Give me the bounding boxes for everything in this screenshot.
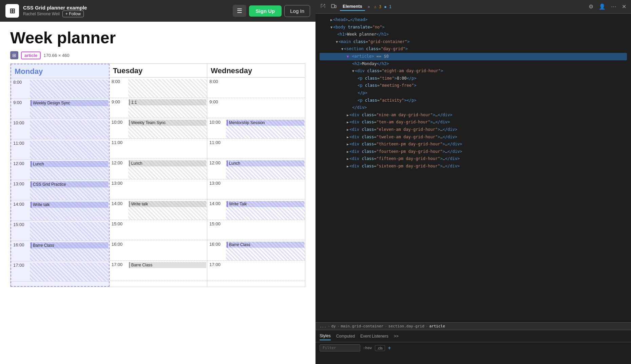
table-row: 16:00 Barre Class <box>11 241 109 261</box>
event-cell <box>226 221 305 240</box>
inspect-element-button[interactable] <box>318 2 328 12</box>
table-row: 12:00 Lunch <box>11 160 109 180</box>
breadcrumb-article[interactable]: article <box>429 324 445 328</box>
tree-node-body[interactable]: ▼<body translate="no"> <box>320 24 627 31</box>
time-label: 12:00 <box>110 160 128 165</box>
tree-node-p-close[interactable]: </p> <box>320 89 627 97</box>
tree-node-div-eleven[interactable]: ▶<div class="eleven-am day-grid-hour">…<… <box>320 126 627 134</box>
grid-icon: ⊞ <box>10 51 18 59</box>
tree-node-article-selected[interactable]: ▼ <article> == $0 <box>320 53 627 60</box>
breadcrumb-section[interactable]: section.day-grid <box>388 324 424 328</box>
table-row: 13:00 <box>207 179 305 200</box>
filter-input[interactable] <box>320 344 360 351</box>
add-style-button[interactable]: + <box>388 345 391 351</box>
time-label: 9:00 <box>11 100 30 105</box>
tree-node-p-meeting-free-open[interactable]: <p class="meeting-free"> <box>320 82 627 89</box>
table-row: 9:00 Weekly Design Sync <box>11 99 109 119</box>
top-bar: ⊞ CSS Grid planner example Rachel Simone… <box>0 0 316 22</box>
tree-node-p-time[interactable]: <p class="time">8:00</p> <box>320 75 627 82</box>
time-label: 16:00 <box>110 242 128 247</box>
more-options-button[interactable]: ⋯ <box>609 2 618 11</box>
time-label: 8:00 <box>110 79 128 84</box>
table-row: 16:00 Barre Class <box>207 240 305 261</box>
time-label: 12:00 <box>11 161 30 166</box>
app-author: Rachel Simone Weil + Follow <box>23 11 229 17</box>
computed-tab-button[interactable]: Computed <box>336 332 355 340</box>
event-cell <box>30 120 109 139</box>
tree-node-div-ten[interactable]: ▶<div class="ten-am day-grid-hour">…</di… <box>320 119 627 126</box>
event-cell <box>128 79 207 98</box>
event-cell <box>128 221 207 240</box>
warning-badge: ⚠ 3 <box>374 4 382 9</box>
table-row: 8:00 <box>11 78 109 99</box>
event-block: Lunch <box>31 161 108 167</box>
hamburger-button[interactable]: ☰ <box>233 5 246 17</box>
tuesday-time-rows: 8:00 9:00 1:1 10:00 Weekly Team Sync <box>110 78 207 287</box>
event-block: Barre Class <box>31 242 108 248</box>
event-cell <box>128 140 207 159</box>
event-cell: 1:1 <box>128 99 207 118</box>
tree-node-div-thirteen[interactable]: ▶<div class="thirteen-pm day-grid-hour">… <box>320 141 627 148</box>
feedback-button[interactable]: 👤 <box>597 2 608 11</box>
follow-button[interactable]: + Follow <box>62 11 84 17</box>
more-tabs-button[interactable]: » <box>366 3 371 11</box>
event-cell <box>226 181 305 199</box>
table-row: 14:00 Write talk <box>110 200 207 220</box>
signup-button[interactable]: Sign Up <box>249 5 282 17</box>
tree-node-div-close[interactable]: </div> <box>320 104 627 112</box>
elements-tab-button[interactable]: Elements <box>340 2 365 11</box>
app-info: CSS Grid planner example Rachel Simone W… <box>23 5 229 17</box>
login-button[interactable]: Log In <box>284 5 310 17</box>
table-row: 12:00 Lunch <box>110 159 207 179</box>
logo-icon: ⊞ <box>5 4 19 18</box>
tree-node-section[interactable]: ▼<section class="day-grid"> <box>320 45 627 53</box>
table-row: 13:00 <box>110 179 207 200</box>
event-cell <box>30 80 109 98</box>
cls-button[interactable]: .cls <box>375 345 385 351</box>
settings-button[interactable]: ⚙ <box>587 2 595 11</box>
event-cell: Mentorship Session <box>226 120 305 138</box>
page-heading: Week planner <box>10 28 305 47</box>
table-row: 11:00 <box>11 139 109 160</box>
styles-content: :hov .cls + <box>316 342 631 353</box>
event-listeners-tab-button[interactable]: Event Listeners <box>360 332 388 340</box>
devtools-right-icons: ⚙ 👤 ⋯ ✕ <box>587 2 628 11</box>
time-label: 13:00 <box>207 181 226 186</box>
breadcrumb-ellipsis[interactable]: ... <box>320 324 326 328</box>
tree-node-div-twelve[interactable]: ▶<div class="twelve-am day-grid-hour">…<… <box>320 134 627 141</box>
tree-node-div-fourteen[interactable]: ▶<div class="fourteen-pm day-grid-hour">… <box>320 148 627 156</box>
device-toolbar-button[interactable] <box>329 2 339 12</box>
event-cell: Weekly Design Sync <box>30 100 109 119</box>
tree-node-div-fifteen[interactable]: ▶<div class="fifteen-pm day-grid-hour">…… <box>320 155 627 163</box>
tree-node-h1[interactable]: <h1>Week planner</h1> <box>320 31 627 38</box>
time-label: 13:00 <box>11 181 30 186</box>
tree-node-h2[interactable]: <h2>Monday</h2> <box>320 60 627 68</box>
table-row: 15:00 <box>11 221 109 241</box>
tree-node-head[interactable]: ▶<head>…</head> <box>320 16 627 24</box>
more-style-tabs-button[interactable]: >> <box>394 332 399 340</box>
table-row: 10:00 <box>11 119 109 139</box>
time-label: 11:00 <box>110 140 128 145</box>
event-block: Write talk <box>129 201 207 207</box>
breadcrumb-dy[interactable]: dy <box>331 324 336 328</box>
tree-node-div-eight[interactable]: ▼<div class="eight-am day-grid-hour"> <box>320 67 627 75</box>
table-row: 10:00 Mentorship Session <box>207 118 305 139</box>
tree-node-div-nine[interactable]: ▶<div class="nine-am day-grid-hour">…</d… <box>320 112 627 119</box>
tree-node-p-activity[interactable]: <p class="activity"></p> <box>320 97 627 104</box>
tree-node-main[interactable]: ▼<main class="grid-container"> <box>320 38 627 46</box>
monday-column: Monday 8:00 9:00 Weekly Design Sync 10:0… <box>11 64 110 287</box>
event-cell: Lunch <box>30 161 109 180</box>
styles-tab-button[interactable]: Styles <box>320 332 331 340</box>
event-cell: Write Talk <box>226 201 305 220</box>
event-cell: Lunch <box>128 160 207 179</box>
tree-node-div-sixteen[interactable]: ▶<div class="sixteen-pm day-grid-hour">…… <box>320 163 627 170</box>
table-row: 17:00 <box>207 261 305 281</box>
style-tabs-bar: Styles Computed Event Listeners >> <box>316 330 631 342</box>
breadcrumb-main[interactable]: main.grid-container <box>341 324 383 328</box>
event-cell: Write talk <box>30 202 109 220</box>
event-cell <box>226 140 305 159</box>
table-row: 13:00 CSS Grid Practice <box>11 180 109 200</box>
event-cell: Barre Class <box>226 242 305 260</box>
event-cell: Barre Class <box>128 262 207 281</box>
close-devtools-button[interactable]: ✕ <box>620 2 628 11</box>
